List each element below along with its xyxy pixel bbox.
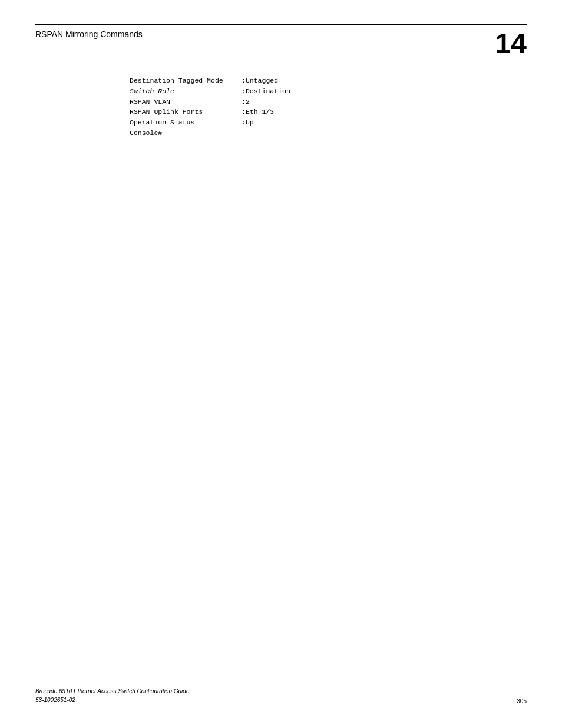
- code-separator: :: [242, 86, 246, 97]
- code-separator: :: [242, 97, 246, 107]
- code-line: RSPAN Uplink Ports: Eth 1/3: [130, 107, 527, 117]
- code-label: Operation Status: [130, 117, 242, 128]
- code-line: RSPAN VLAN: 2: [130, 97, 527, 107]
- code-line: Console#: [130, 128, 527, 139]
- code-label: RSPAN Uplink Ports: [130, 107, 242, 117]
- chapter-number: 14: [495, 29, 527, 58]
- code-value: Destination: [246, 86, 290, 97]
- code-separator: :: [242, 75, 246, 86]
- code-value: Up: [246, 117, 254, 128]
- footer-page-number: 305: [517, 698, 527, 704]
- code-line: Switch Role: Destination: [130, 86, 527, 97]
- code-separator: :: [242, 117, 246, 128]
- footer-left: Brocade 6910 Ethernet Access Switch Conf…: [35, 687, 189, 704]
- page-container: RSPAN Mirroring Commands 14 Destination …: [0, 0, 562, 728]
- code-value: Eth 1/3: [246, 107, 274, 117]
- code-separator: :: [242, 107, 246, 117]
- code-line: Destination Tagged Mode: Untagged: [130, 75, 527, 86]
- chapter-title: RSPAN Mirroring Commands: [35, 29, 143, 39]
- code-line: Operation Status: Up: [130, 117, 527, 128]
- footer-doc-number: 53-1002651-02: [35, 696, 189, 704]
- code-label: RSPAN VLAN: [130, 97, 242, 107]
- code-value: Untagged: [246, 75, 278, 86]
- code-value: 2: [246, 97, 250, 107]
- footer-guide-title: Brocade 6910 Ethernet Access Switch Conf…: [35, 687, 189, 696]
- code-label: Destination Tagged Mode: [130, 75, 242, 86]
- code-label: Console#: [130, 128, 242, 139]
- page-footer: Brocade 6910 Ethernet Access Switch Conf…: [35, 687, 527, 704]
- page-header: RSPAN Mirroring Commands 14: [35, 24, 527, 58]
- code-block: Destination Tagged Mode: UntaggedSwitch …: [130, 75, 527, 139]
- code-label: Switch Role: [130, 86, 242, 97]
